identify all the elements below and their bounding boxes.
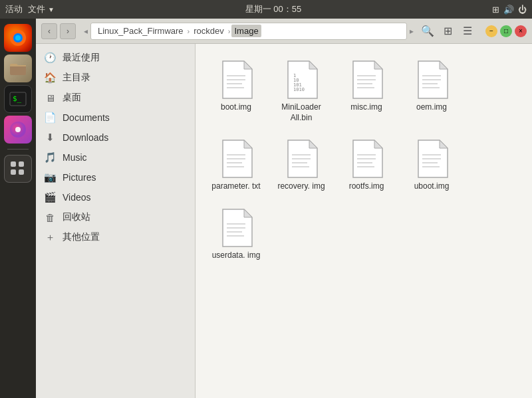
power-icon[interactable]: ⏻ bbox=[518, 5, 527, 15]
file-item-miniloader[interactable]: 1 10 101 1010 MiniLoader All.bin bbox=[271, 54, 331, 128]
file-name-rootfs-img: rootfs.img bbox=[349, 181, 384, 192]
sidebar-label-recent: 最近使用 bbox=[63, 52, 100, 64]
svg-point-2 bbox=[15, 35, 21, 41]
titlebar-actions: 🔍 ⊞ ☰ bbox=[419, 23, 476, 40]
sidebar-item-documents[interactable]: 📄 Documents bbox=[36, 108, 195, 128]
trash-icon: 🗑 bbox=[44, 211, 56, 223]
sidebar-item-desktop[interactable]: 🖥 桌面 bbox=[36, 88, 195, 108]
maximize-button[interactable]: □ bbox=[500, 25, 512, 37]
documents-icon: 📄 bbox=[44, 112, 56, 124]
content-area: 🕐 最近使用 🏠 主目录 🖥 桌面 📄 Documents ⬇ Download… bbox=[36, 44, 532, 398]
dock-terminal[interactable]: $_ bbox=[4, 85, 32, 113]
sidebar-label-documents: Documents bbox=[63, 112, 110, 123]
close-button[interactable]: × bbox=[515, 25, 527, 37]
sidebar-label-music: Music bbox=[63, 152, 87, 163]
file-item-oem-img[interactable]: oem.img bbox=[402, 54, 462, 128]
sidebar-label-desktop: 桌面 bbox=[63, 92, 81, 104]
videos-icon: 🎬 bbox=[44, 191, 56, 203]
file-icon-miniloader: 1 10 101 1010 bbox=[284, 60, 319, 100]
sidebar-label-videos: Videos bbox=[63, 192, 91, 203]
dock-firefox[interactable] bbox=[4, 24, 32, 52]
dock-files[interactable] bbox=[4, 54, 32, 82]
titlebar: ‹ › ◂ Linux_Pack_Firmware › rockdev › Im… bbox=[36, 19, 532, 44]
back-button[interactable]: ‹ bbox=[41, 23, 57, 39]
file-item-parameter-txt[interactable]: parameter. txt bbox=[206, 134, 266, 197]
file-icon-oem-img bbox=[414, 60, 449, 100]
file-item-misc-img[interactable]: misc.img bbox=[336, 54, 396, 128]
application-dock: $_ bbox=[0, 19, 36, 398]
recent-icon: 🕐 bbox=[44, 52, 56, 64]
file-name-recovery-img: recovery. img bbox=[277, 181, 325, 192]
minimize-button[interactable]: − bbox=[485, 25, 497, 37]
file-item-userdata-img[interactable]: userdata. img bbox=[206, 203, 266, 266]
file-name-parameter-txt: parameter. txt bbox=[211, 181, 260, 192]
file-name-userdata-img: userdata. img bbox=[212, 250, 261, 261]
music-icon: 🎵 bbox=[44, 151, 56, 163]
file-icon-userdata-img bbox=[219, 208, 253, 248]
system-clock: 星期一 00：55 bbox=[245, 3, 302, 15]
file-icon-rootfs-img bbox=[349, 139, 384, 179]
breadcrumb-linux-pack[interactable]: Linux_Pack_Firmware bbox=[95, 25, 186, 37]
volume-icon[interactable]: 🔊 bbox=[503, 5, 514, 15]
sidebar-item-recent[interactable]: 🕐 最近使用 bbox=[36, 48, 195, 68]
sidebar: 🕐 最近使用 🏠 主目录 🖥 桌面 📄 Documents ⬇ Download… bbox=[36, 44, 196, 398]
file-icon-uboot-img bbox=[414, 139, 449, 179]
file-name-oem-img: oem.img bbox=[416, 102, 447, 113]
dock-music[interactable] bbox=[4, 116, 32, 144]
breadcrumb-image[interactable]: Image bbox=[231, 25, 261, 37]
sidebar-item-trash[interactable]: 🗑 回收站 bbox=[36, 207, 195, 227]
sidebar-item-music[interactable]: 🎵 Music bbox=[36, 148, 195, 167]
network-icon[interactable]: ⊞ bbox=[492, 5, 499, 15]
dock-show-apps[interactable] bbox=[4, 155, 32, 183]
breadcrumb-right-arrow[interactable]: ▸ bbox=[410, 27, 414, 36]
file-item-recovery-img[interactable]: recovery. img bbox=[271, 134, 331, 197]
forward-button[interactable]: › bbox=[60, 23, 76, 39]
file-grid: boot.img 1 10 101 1010 MiniLoader All.bi… bbox=[196, 44, 532, 398]
downloads-icon: ⬇ bbox=[44, 132, 56, 144]
file-icon-parameter-txt bbox=[219, 139, 253, 179]
svg-rect-3 bbox=[10, 65, 26, 75]
file-name-uboot-img: uboot.img bbox=[414, 181, 450, 192]
pictures-icon: 📷 bbox=[44, 171, 56, 183]
view-toggle-grid-button[interactable]: ⊞ bbox=[439, 23, 456, 40]
breadcrumb-left-arrow[interactable]: ◂ bbox=[84, 27, 88, 36]
sidebar-item-downloads[interactable]: ⬇ Downloads bbox=[36, 128, 195, 148]
search-button[interactable]: 🔍 bbox=[419, 23, 436, 40]
file-name-miniloader: MiniLoader All.bin bbox=[274, 102, 329, 123]
svg-text:1010: 1010 bbox=[293, 87, 305, 92]
sidebar-label-downloads: Downloads bbox=[63, 132, 108, 143]
file-name-misc-img: misc.img bbox=[350, 102, 382, 113]
sidebar-item-videos[interactable]: 🎬 Videos bbox=[36, 187, 195, 207]
activities-button[interactable]: 活动 bbox=[5, 3, 23, 15]
sidebar-item-other-locations[interactable]: ＋ 其他位置 bbox=[36, 227, 195, 247]
breadcrumb-bar: Linux_Pack_Firmware › rockdev › Image bbox=[90, 23, 407, 40]
sidebar-label-home: 主目录 bbox=[63, 72, 90, 84]
view-toggle-list-button[interactable]: ☰ bbox=[459, 23, 476, 40]
sidebar-item-pictures[interactable]: 📷 Pictures bbox=[36, 167, 195, 187]
file-icon-recovery-img bbox=[284, 139, 319, 179]
svg-point-7 bbox=[15, 127, 21, 132]
file-name-boot-img: boot.img bbox=[221, 102, 251, 113]
home-icon: 🏠 bbox=[44, 72, 56, 84]
add-icon: ＋ bbox=[44, 231, 56, 243]
file-item-rootfs-img[interactable]: rootfs.img bbox=[336, 134, 396, 197]
system-topbar: 活动 文件 ▼ 星期一 00：55 ⊞ 🔊 ⏻ bbox=[0, 0, 532, 19]
file-icon-misc-img bbox=[349, 60, 384, 100]
sidebar-label-trash: 回收站 bbox=[63, 211, 90, 223]
file-icon-boot-img bbox=[219, 60, 253, 100]
dock-separator bbox=[7, 149, 29, 149]
file-manager-window: ‹ › ◂ Linux_Pack_Firmware › rockdev › Im… bbox=[36, 19, 532, 398]
sidebar-label-other: 其他位置 bbox=[63, 231, 100, 243]
breadcrumb-rockdev[interactable]: rockdev bbox=[191, 25, 227, 37]
app-name[interactable]: 文件 ▼ bbox=[28, 3, 55, 15]
svg-text:$_: $_ bbox=[13, 94, 22, 103]
file-item-uboot-img[interactable]: uboot.img bbox=[402, 134, 462, 197]
sidebar-label-pictures: Pictures bbox=[63, 172, 96, 183]
sidebar-item-home[interactable]: 🏠 主目录 bbox=[36, 68, 195, 88]
desktop-icon: 🖥 bbox=[44, 92, 56, 104]
file-item-boot-img[interactable]: boot.img bbox=[206, 54, 266, 128]
